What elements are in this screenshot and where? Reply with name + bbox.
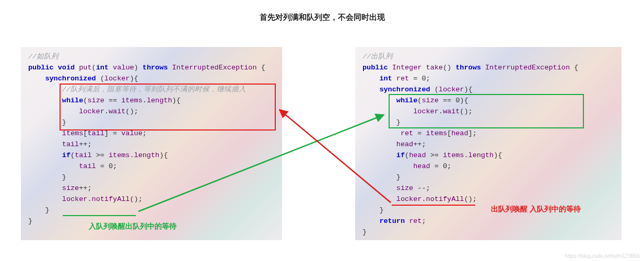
param-value: value [113, 64, 134, 72]
kw-if: if [396, 151, 405, 159]
right-code-panel: //出队列 public Integer take() throws Inter… [355, 47, 622, 240]
page-title: 首先对列满和队列空，不会同时出现 [0, 13, 644, 22]
id-locker: locker [104, 75, 130, 82]
id-head: head [451, 129, 468, 137]
kw-public: public [362, 64, 388, 72]
id-tail: tail [79, 162, 96, 170]
fn-put: put [79, 64, 91, 72]
type-integer: Integer [392, 64, 422, 72]
id-items: items [62, 129, 84, 137]
id-head: head [413, 162, 430, 170]
id-length: length [469, 151, 494, 159]
kw-throws: throws [455, 64, 481, 72]
id-locker: locker [396, 195, 422, 203]
red-highlight-box [60, 84, 276, 130]
id-tail: tail [62, 140, 79, 148]
kw-void: void [58, 64, 75, 72]
kw-int: int [96, 64, 109, 72]
comment: //出队列 [362, 53, 393, 61]
kw-sync: synchronized [45, 75, 96, 82]
fn-take: take [426, 64, 443, 72]
left-code-panel: //如队列 public void put(int value) throws … [21, 47, 282, 240]
id-items: items [109, 151, 130, 159]
kw-if: if [62, 151, 71, 159]
id-tail: tail [75, 151, 91, 159]
watermark: https://blog.csdn.net/wlm123665 [565, 253, 640, 259]
fn-notifyall: notifyAll [92, 195, 130, 203]
right-caption: 出队列唤醒 入队列中的等待 [491, 205, 581, 214]
type-ie: InterruptedException [485, 64, 570, 72]
id-ret: ret [401, 129, 413, 137]
id-ret: ret [409, 217, 421, 225]
id-tail: tail [87, 129, 104, 137]
id-value: value [121, 129, 143, 137]
kw-sync: synchronized [379, 86, 430, 93]
id-locker: locker [62, 195, 88, 203]
id-locker: locker [439, 86, 464, 93]
id-size: size [396, 184, 413, 192]
left-caption: 入队列唤醒出队列中的等待 [89, 222, 177, 231]
id-items: items [443, 151, 464, 159]
green-highlight-box [389, 94, 584, 128]
type-ie: InterruptedException [172, 64, 257, 72]
kw-return: return [379, 217, 405, 225]
id-items: items [426, 129, 448, 137]
id-ret: ret [396, 75, 409, 82]
id-size: size [62, 184, 79, 192]
kw-throws: throws [143, 64, 168, 72]
kw-public: public [28, 64, 54, 72]
page-root: 首先对列满和队列空，不会同时出现 //如队列 public void put(i… [0, 0, 644, 261]
right-code: //出队列 public Integer take() throws Inter… [355, 47, 622, 240]
id-head: head [396, 140, 413, 148]
kw-int: int [379, 75, 392, 82]
id-head: head [409, 151, 426, 159]
left-code: //如队列 public void put(int value) throws … [21, 47, 282, 240]
id-length: length [134, 151, 160, 159]
fn-notifyall: notifyAll [426, 195, 464, 203]
red-underline [392, 205, 475, 206]
green-underline [63, 215, 136, 216]
comment: //如队列 [28, 53, 58, 61]
